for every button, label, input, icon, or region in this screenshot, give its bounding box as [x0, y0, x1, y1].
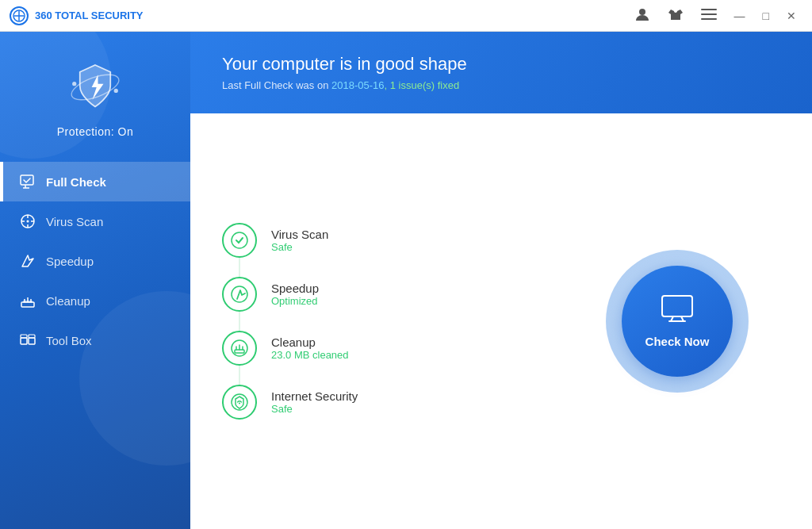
internet-security-label: Internet Security — [271, 389, 358, 403]
svg-point-3 — [639, 9, 645, 15]
check-now-outer-ring: Check Now — [606, 250, 749, 393]
titlebar: 360 TOTAL SECURITY — □ ✕ — [0, 0, 812, 32]
minimize-button[interactable]: — — [728, 6, 752, 25]
svg-point-9 — [114, 89, 118, 93]
speedup-value: Optimized — [271, 295, 319, 307]
svg-point-8 — [72, 82, 76, 86]
svg-point-25 — [232, 232, 247, 248]
status-item-speedup: Speedup Optimized — [222, 267, 574, 321]
nav-item-full-check[interactable]: Full Check — [0, 162, 190, 201]
virus-scan-circle — [222, 223, 257, 258]
cleanup-circle — [222, 331, 257, 366]
cleanup-label: Cleanup — [271, 335, 349, 349]
nav-item-virus-scan[interactable]: Virus Scan — [0, 201, 190, 241]
subtitle-prefix: Last Full Check was on — [222, 79, 331, 91]
internet-security-circle — [222, 385, 257, 420]
toolbox-icon — [19, 332, 36, 349]
svg-rect-10 — [21, 175, 33, 185]
content-area: Your computer is in good shape Last Full… — [190, 32, 812, 529]
speedup-circle — [222, 277, 257, 312]
header-banner: Your computer is in good shape Last Full… — [190, 32, 812, 113]
virus-scan-label: Virus Scan — [271, 228, 328, 241]
virus-scan-value: Safe — [271, 241, 328, 253]
status-item-virus-scan: Virus Scan Safe — [222, 213, 574, 267]
svg-rect-22 — [29, 338, 35, 344]
monitor-icon — [661, 295, 693, 328]
virus-scan-icon — [19, 213, 36, 230]
status-item-cleanup: Cleanup 23.0 MB cleaned — [222, 321, 574, 375]
svg-rect-21 — [21, 338, 27, 344]
check-now-wrap: Check Now — [606, 250, 749, 393]
nav-label-toolbox: Tool Box — [46, 334, 92, 347]
check-now-label: Check Now — [645, 335, 710, 348]
nav-label-speedup: Speedup — [46, 255, 94, 268]
last-check-date: 2018-05-16 — [331, 79, 385, 91]
svg-point-14 — [27, 220, 29, 223]
cleanup-icon — [19, 292, 36, 309]
logo-icon — [10, 6, 29, 25]
header-title: Your computer is in good shape — [222, 54, 780, 75]
nav-label-cleanup: Cleanup — [46, 294, 90, 308]
nav-label-full-check: Full Check — [46, 175, 106, 189]
window-controls: — □ ✕ — [628, 3, 802, 28]
cleanup-text: Cleanup 23.0 MB cleaned — [271, 335, 349, 361]
maximize-button[interactable]: □ — [756, 6, 776, 25]
nav-item-toolbox[interactable]: Tool Box — [0, 320, 190, 360]
virus-scan-text: Virus Scan Safe — [271, 228, 328, 253]
svg-rect-31 — [662, 296, 692, 316]
user-icon[interactable] — [628, 3, 657, 28]
subtitle-suffix: , 1 issue(s) fixed — [385, 79, 460, 91]
app-title: 360 TOTAL SECURITY — [35, 10, 144, 21]
shield-icon — [63, 56, 127, 119]
internet-security-value: Safe — [271, 403, 358, 415]
full-check-icon — [19, 173, 36, 190]
close-button[interactable]: ✕ — [780, 6, 802, 25]
main-layout: Protection: On Full Check — [0, 32, 812, 529]
speedup-text: Speedup Optimized — [271, 282, 319, 307]
speedup-icon — [19, 252, 36, 270]
cleanup-value: 23.0 MB cleaned — [271, 349, 349, 361]
svg-rect-5 — [701, 13, 717, 15]
main-content: Virus Scan Safe Speedup Optimized — [190, 113, 812, 529]
sidebar-logo: Protection: On — [57, 56, 134, 138]
menu-icon[interactable] — [695, 6, 723, 25]
internet-security-text: Internet Security Safe — [271, 389, 358, 415]
speedup-label: Speedup — [271, 282, 319, 295]
protection-status: Protection: On — [57, 125, 134, 138]
nav-item-cleanup[interactable]: Cleanup — [0, 281, 190, 320]
sidebar: Protection: On Full Check — [0, 32, 190, 529]
check-now-button[interactable]: Check Now — [622, 266, 733, 377]
app-logo: 360 TOTAL SECURITY — [10, 6, 144, 25]
status-item-internet-security: Internet Security Safe — [222, 375, 574, 429]
header-subtitle: Last Full Check was on 2018-05-16, 1 iss… — [222, 79, 780, 91]
shirt-icon[interactable] — [661, 3, 690, 28]
svg-rect-6 — [701, 18, 717, 20]
svg-rect-4 — [701, 9, 717, 10]
svg-point-30 — [239, 403, 240, 404]
nav-item-speedup[interactable]: Speedup — [0, 241, 190, 281]
status-list: Virus Scan Safe Speedup Optimized — [222, 213, 574, 429]
nav-label-virus-scan: Virus Scan — [46, 215, 103, 228]
